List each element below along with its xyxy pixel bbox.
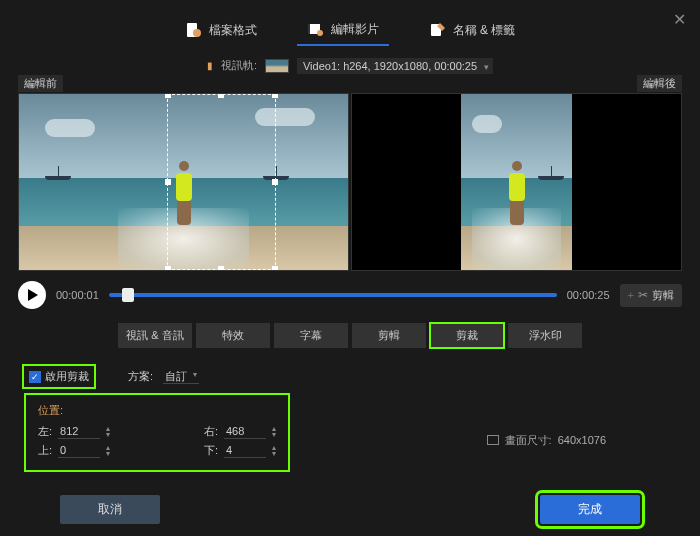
dimension-value: 640x1076 xyxy=(558,434,606,446)
position-group: 位置: 左: ▴▾ 右: ▴▾ 上: ▴▾ xyxy=(24,393,290,472)
tab-edit-video[interactable]: 編輯影片 xyxy=(297,14,389,46)
video-track-select[interactable]: Video1: h264, 1920x1080, 00:00:25 xyxy=(297,58,493,74)
seek-bar[interactable] xyxy=(109,293,557,297)
enable-crop-checkbox-wrap[interactable]: ✓ 啟用剪裁 xyxy=(24,366,94,387)
done-button[interactable]: 完成 xyxy=(540,495,640,524)
svg-point-4 xyxy=(317,30,323,36)
checkbox-checked-icon: ✓ xyxy=(29,371,41,383)
tab-watermark[interactable]: 浮水印 xyxy=(508,323,582,348)
close-icon[interactable]: ✕ xyxy=(673,10,686,29)
svg-point-1 xyxy=(193,29,201,37)
time-total: 00:00:25 xyxy=(567,289,610,301)
preview-before-label: 編輯前 xyxy=(18,75,63,92)
tab-video-audio[interactable]: 視訊 & 音訊 xyxy=(118,323,192,348)
tab-label: 檔案格式 xyxy=(209,22,257,39)
spinner-icon[interactable]: ▴▾ xyxy=(272,426,276,438)
aspect-label: 方案: xyxy=(128,369,153,384)
top-input[interactable] xyxy=(58,443,100,458)
scissor-icon: ✂ xyxy=(638,288,648,302)
film-cut-icon xyxy=(307,20,325,38)
tab-subtitle[interactable]: 字幕 xyxy=(274,323,348,348)
preview-after xyxy=(351,93,682,271)
enable-crop-label: 啟用剪裁 xyxy=(45,369,89,384)
tab-file-format[interactable]: 檔案格式 xyxy=(175,14,267,46)
tab-label: 名稱 & 標籤 xyxy=(453,22,516,39)
seek-handle[interactable] xyxy=(122,288,134,302)
tab-trim[interactable]: 剪輯 xyxy=(352,323,426,348)
bottom-label: 下: xyxy=(204,443,218,458)
track-indicator-icon: ▮ xyxy=(207,60,213,71)
tag-edit-icon xyxy=(429,21,447,39)
preview-before[interactable] xyxy=(18,93,349,271)
preview-after-label: 編輯後 xyxy=(637,75,682,92)
time-current: 00:00:01 xyxy=(56,289,99,301)
top-label: 上: xyxy=(38,443,52,458)
right-input[interactable] xyxy=(224,424,266,439)
tab-label: 編輯影片 xyxy=(331,21,379,38)
tab-crop[interactable]: 剪裁 xyxy=(430,323,504,348)
tab-effects[interactable]: 特效 xyxy=(196,323,270,348)
video-track-thumb xyxy=(265,59,289,73)
crop-selection[interactable] xyxy=(167,94,276,270)
spinner-icon[interactable]: ▴▾ xyxy=(106,426,110,438)
tab-name-tags[interactable]: 名稱 & 標籤 xyxy=(419,14,526,46)
spinner-icon[interactable]: ▴▾ xyxy=(106,445,110,457)
video-track-label: 視訊軌: xyxy=(221,58,257,73)
right-label: 右: xyxy=(204,424,218,439)
play-button[interactable] xyxy=(18,281,46,309)
cut-label: 剪輯 xyxy=(652,288,674,303)
left-input[interactable] xyxy=(58,424,100,439)
svg-rect-3 xyxy=(308,24,310,34)
spinner-icon[interactable]: ▴▾ xyxy=(272,445,276,457)
position-title: 位置: xyxy=(38,403,276,418)
file-gear-icon xyxy=(185,21,203,39)
cut-button[interactable]: +✂ 剪輯 xyxy=(620,284,682,307)
cancel-button[interactable]: 取消 xyxy=(60,495,160,524)
dimension-label: 畫面尺寸: xyxy=(505,433,552,448)
dimension-icon xyxy=(487,435,499,445)
bottom-input[interactable] xyxy=(224,443,266,458)
left-label: 左: xyxy=(38,424,52,439)
